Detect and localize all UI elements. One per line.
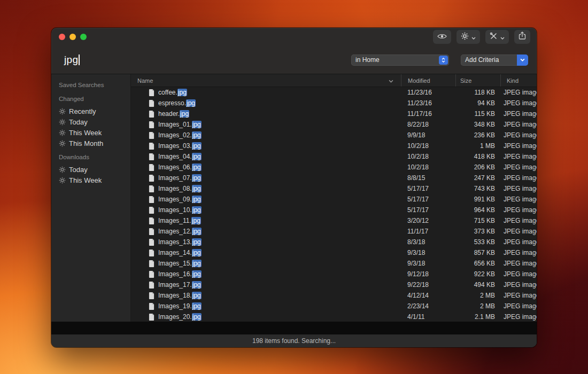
zoom-window-button[interactable]	[80, 34, 87, 40]
file-kind: JPEG image	[500, 99, 537, 107]
add-criteria-popup[interactable]: Add Criteria	[461, 54, 528, 66]
sidebar: Saved Searches Changed Recently Today Th…	[51, 74, 131, 322]
file-modified: 11/23/16	[401, 99, 455, 107]
file-name: Images_07.jpg	[158, 174, 202, 182]
search-match-highlight: jpg	[192, 121, 202, 128]
toolbar	[433, 30, 530, 44]
file-size: 922 KB	[455, 270, 500, 278]
table-row[interactable]: Images_13.jpg 8/3/18 533 KB JPEG image	[131, 237, 537, 247]
file-rows: coffee.jpg 11/23/16 118 KB JPEG image es…	[131, 87, 537, 322]
file-size: 115 KB	[455, 110, 500, 118]
sidebar-title: Saved Searches	[59, 82, 130, 88]
file-size: 991 KB	[455, 196, 500, 203]
table-row[interactable]: Images_12.jpg 11/1/17 373 KB JPEG image	[131, 226, 537, 237]
file-name: Images_02.jpg	[158, 131, 202, 139]
search-match-highlight: jpg	[192, 281, 202, 289]
table-row[interactable]: espresso.jpg 11/23/16 94 KB JPEG image	[131, 98, 537, 108]
action-menu-button[interactable]	[457, 30, 480, 44]
column-header-modified[interactable]: Modified	[401, 74, 455, 87]
file-kind: JPEG image	[500, 196, 537, 203]
file-modified: 9/3/18	[401, 249, 455, 256]
column-header-name[interactable]: Name	[131, 74, 401, 87]
file-kind: JPEG image	[500, 163, 537, 171]
column-headers: Name Modified Size Kind	[131, 74, 537, 87]
file-name: Images_16.jpg	[158, 270, 202, 278]
table-row[interactable]: Images_17.jpg 9/22/18 494 KB JPEG image	[131, 279, 537, 290]
table-row[interactable]: Images_19.jpg 2/23/14 2 MB JPEG image	[131, 301, 537, 311]
table-row[interactable]: Images_02.jpg 9/9/18 236 KB JPEG image	[131, 130, 537, 141]
table-row[interactable]: Images_20.jpg 4/1/11 2.1 MB JPEG image	[131, 311, 537, 322]
file-name: Images_08.jpg	[158, 185, 202, 192]
search-scope-popup[interactable]: in Home	[351, 54, 449, 66]
search-match-highlight: jpg	[192, 131, 202, 139]
document-icon	[149, 314, 154, 321]
table-row[interactable]: coffee.jpg 11/23/16 118 KB JPEG image	[131, 87, 537, 98]
search-match-highlight: jpg	[192, 292, 202, 299]
sidebar-item[interactable]: Today	[59, 164, 130, 175]
column-header-kind[interactable]: Kind	[500, 74, 537, 87]
table-row[interactable]: Images_10.jpg 5/17/17 964 KB JPEG image	[131, 205, 537, 215]
document-icon	[149, 292, 154, 299]
document-icon	[149, 132, 154, 139]
file-kind: JPEG image	[500, 217, 537, 224]
table-row[interactable]: Images_14.jpg 9/3/18 857 KB JPEG image	[131, 247, 537, 258]
file-name: Images_03.jpg	[158, 142, 202, 150]
table-row[interactable]: Images_03.jpg 10/2/18 1 MB JPEG image	[131, 141, 537, 151]
file-name: coffee.jpg	[158, 89, 187, 96]
document-icon	[149, 196, 154, 203]
column-header-size[interactable]: Size	[455, 74, 500, 87]
titlebar	[51, 28, 537, 46]
file-modified: 4/1/11	[401, 313, 455, 321]
sidebar-section-header: Downloads	[59, 154, 130, 160]
table-row[interactable]: Images_08.jpg 5/17/17 743 KB JPEG image	[131, 183, 537, 194]
table-row[interactable]: Images_09.jpg 5/17/17 991 KB JPEG image	[131, 194, 537, 205]
tools-menu-button[interactable]	[485, 30, 509, 44]
table-row[interactable]: Images_07.jpg 8/8/15 247 KB JPEG image	[131, 173, 537, 183]
minimize-window-button[interactable]	[69, 34, 76, 40]
sidebar-item[interactable]: This Month	[59, 138, 130, 149]
table-row[interactable]: Images_18.jpg 4/12/14 2 MB JPEG image	[131, 290, 537, 301]
smart-folder-gear-icon	[59, 140, 66, 147]
smart-folder-gear-icon	[59, 129, 66, 136]
quick-look-button[interactable]	[433, 30, 451, 44]
document-icon	[149, 143, 154, 150]
sidebar-item[interactable]: Today	[59, 116, 130, 127]
table-row[interactable]: Images_15.jpg 9/3/18 656 KB JPEG image	[131, 258, 537, 269]
file-kind: JPEG image	[500, 131, 537, 139]
file-modified: 8/22/18	[401, 121, 455, 128]
sidebar-item[interactable]: This Week	[59, 127, 130, 138]
search-match-highlight: jpg	[192, 153, 202, 160]
table-row[interactable]: header.jpg 11/17/16 115 KB JPEG image	[131, 108, 537, 119]
search-input[interactable]: jpg	[64, 54, 80, 66]
table-row[interactable]: Images_01.jpg 8/22/18 348 KB JPEG image	[131, 119, 537, 130]
eye-icon	[437, 32, 447, 42]
file-name: Images_20.jpg	[158, 313, 202, 321]
file-modified: 9/22/18	[401, 281, 455, 289]
file-modified: 11/17/16	[401, 110, 455, 118]
search-match-highlight: jpg	[192, 302, 202, 310]
finder-search-window: jpg in Home Add Criteria Saved Searches …	[51, 28, 537, 347]
table-row[interactable]: Images_16.jpg 9/12/18 922 KB JPEG image	[131, 269, 537, 279]
file-kind: JPEG image	[500, 249, 537, 256]
file-name: Images_19.jpg	[158, 302, 202, 310]
share-button[interactable]	[514, 30, 530, 44]
smart-folder-gear-icon	[59, 177, 66, 184]
document-icon	[149, 100, 154, 107]
file-name: Images_13.jpg	[158, 238, 202, 246]
file-size: 857 KB	[455, 249, 500, 256]
file-kind: JPEG image	[500, 313, 537, 321]
file-kind: JPEG image	[500, 174, 537, 182]
sidebar-item[interactable]: This Week	[59, 175, 130, 185]
status-text: 198 items found. Searching...	[252, 337, 336, 345]
table-row[interactable]: Images_04.jpg 10/2/18 418 KB JPEG image	[131, 151, 537, 162]
file-size: 533 KB	[455, 238, 500, 246]
close-window-button[interactable]	[59, 34, 65, 40]
sidebar-item[interactable]: Recently	[59, 106, 130, 116]
file-size: 418 KB	[455, 153, 500, 160]
file-size: 348 KB	[455, 121, 500, 128]
table-row[interactable]: Images_06.jpg 10/2/18 206 KB JPEG image	[131, 162, 537, 173]
table-row[interactable]: Images_11.jpg 3/20/12 715 KB JPEG image	[131, 215, 537, 226]
file-name: Images_14.jpg	[158, 249, 202, 256]
document-icon	[149, 239, 154, 246]
file-modified: 10/2/18	[401, 163, 455, 171]
